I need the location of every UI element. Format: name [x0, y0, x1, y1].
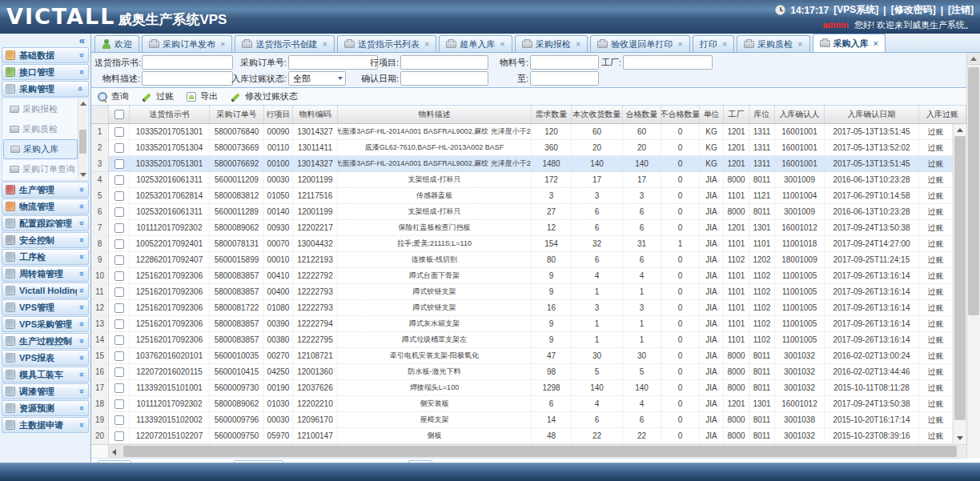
tab-item[interactable]: 超单入库×	[439, 35, 512, 52]
column-header[interactable]: 需求数量	[532, 106, 572, 123]
column-header[interactable]: 采购订单号	[210, 106, 264, 123]
column-header[interactable]: 物料描述	[338, 106, 532, 123]
chevron-down-icon[interactable]: «	[76, 371, 86, 379]
row-checkbox[interactable]	[114, 303, 124, 313]
column-header[interactable]: 合格数量	[623, 106, 661, 123]
sidebar-group[interactable]: 资源预测«	[2, 400, 89, 416]
export-button[interactable]: 导出	[187, 90, 218, 102]
sidebar-group[interactable]: 接口管理«	[2, 64, 89, 80]
chevron-down-icon[interactable]: «	[76, 186, 86, 194]
table-row[interactable]: 1911339201510200256000097960003012096170…	[91, 412, 966, 428]
pencil-button[interactable]: 修改过账状态	[231, 90, 298, 102]
close-icon[interactable]: ×	[322, 39, 327, 49]
content-vertical-scrollbar[interactable]	[966, 53, 980, 458]
row-checkbox[interactable]	[114, 159, 124, 169]
chevron-down-icon[interactable]: «	[76, 404, 86, 412]
sidebar-item-selected[interactable]: 采购入库	[3, 139, 78, 159]
select-all-checkbox[interactable]	[114, 110, 124, 119]
table-row[interactable]: 1012516201709230658000838570041012222792…	[91, 268, 966, 284]
row-checkbox[interactable]	[114, 223, 124, 233]
row-checkbox[interactable]	[114, 351, 124, 361]
sidebar-group[interactable]: VPS采购管理«	[2, 316, 89, 332]
sidebar-group[interactable]: VPS报表«	[2, 350, 89, 366]
column-header[interactable]: 单位	[700, 106, 724, 123]
scroll-left-arrow-icon[interactable]	[109, 445, 122, 458]
row-checkbox[interactable]	[114, 239, 124, 249]
chevron-down-icon[interactable]: «	[76, 51, 86, 59]
sidebar-item[interactable]: 采购入库单打印	[3, 179, 78, 181]
close-icon[interactable]: ×	[500, 39, 504, 49]
row-checkbox[interactable]	[114, 175, 124, 185]
chevron-down-icon[interactable]: «	[76, 320, 86, 328]
table-row[interactable]: 1711339201510100156000097300019012037626…	[91, 380, 966, 396]
filter-input[interactable]	[400, 55, 488, 70]
row-checkbox[interactable]	[114, 415, 124, 425]
column-header[interactable]: 入库确认人	[775, 106, 825, 123]
chevron-down-icon[interactable]: «	[76, 287, 86, 295]
column-header[interactable]: 物料编码	[293, 106, 338, 123]
scroll-up-arrow-icon[interactable]	[80, 102, 86, 106]
sidebar-item[interactable]: 采购质检	[3, 119, 78, 139]
close-icon[interactable]: ×	[576, 39, 580, 49]
chevron-down-icon[interactable]: «	[76, 337, 86, 345]
tab-item[interactable]: 送货指示书创建×	[235, 35, 334, 52]
search-button[interactable]: 查询	[98, 90, 129, 102]
filter-input[interactable]	[400, 71, 488, 86]
sidebar-group[interactable]: 生产管理«	[2, 182, 89, 198]
chevron-down-icon[interactable]: «	[76, 421, 86, 429]
column-header[interactable]: 工厂	[724, 106, 749, 123]
column-header[interactable]: 本次收货数量	[572, 106, 623, 123]
change-password-link[interactable]: [修改密码]	[891, 3, 936, 17]
filter-input[interactable]	[142, 55, 233, 70]
row-checkbox[interactable]	[114, 143, 124, 153]
tab-item[interactable]: 采购质检×	[737, 35, 809, 52]
scrollbar-thumb[interactable]	[79, 130, 86, 154]
logout-link[interactable]: [注销]	[948, 3, 974, 17]
row-checkbox[interactable]	[114, 191, 124, 201]
sidebar-group[interactable]: 生产过程控制«	[2, 333, 89, 349]
table-row[interactable]: 1612207201602011556000104150425012001360…	[91, 364, 966, 380]
scrollbar-thumb[interactable]	[954, 136, 966, 420]
tab-item[interactable]: 送货指示书列表×	[337, 35, 436, 52]
row-checkbox[interactable]	[114, 367, 124, 377]
row-checkbox[interactable]	[114, 127, 124, 137]
close-icon[interactable]: ×	[424, 39, 429, 49]
close-icon[interactable]: ×	[220, 39, 225, 49]
pencil-button[interactable]: 过账	[142, 90, 174, 102]
table-vertical-scrollbar[interactable]	[953, 124, 966, 444]
tab-active[interactable]: 采购入库×	[813, 34, 886, 52]
tab-item[interactable]: 采购报检×	[515, 35, 588, 52]
column-header[interactable]: 送货指示书	[130, 106, 210, 123]
close-icon[interactable]: ×	[797, 39, 802, 49]
close-icon[interactable]: ×	[677, 39, 682, 49]
row-checkbox[interactable]	[114, 399, 124, 409]
scroll-up-arrow-icon[interactable]	[967, 53, 980, 65]
chevron-down-icon[interactable]: «	[76, 303, 86, 311]
tab-item[interactable]: 验收退回单打印×	[590, 35, 689, 52]
filter-input[interactable]	[142, 71, 233, 86]
row-checkbox[interactable]	[114, 287, 124, 297]
chevron-down-icon[interactable]: «	[76, 253, 86, 261]
filter-input[interactable]	[530, 71, 599, 86]
table-row[interactable]: 410253201606131156000112090003012001199支…	[91, 172, 966, 188]
filter-input[interactable]	[530, 55, 599, 70]
table-row[interactable]: 810052201709240158000781310007013004432拉…	[91, 236, 966, 252]
sidebar-group[interactable]: 物流管理«	[2, 198, 89, 214]
close-icon[interactable]: ×	[874, 38, 878, 48]
sidebar-group[interactable]: 配置跟踪管理«	[2, 215, 89, 231]
table-horizontal-scrollbar[interactable]	[91, 444, 966, 458]
sidebar-item[interactable]: 采购报检	[3, 99, 78, 119]
sidebar-group[interactable]: 基础数据«	[2, 47, 89, 63]
close-icon[interactable]: ×	[722, 39, 727, 49]
row-checkbox[interactable]	[114, 335, 124, 345]
row-checkbox[interactable]	[114, 319, 124, 329]
row-checkbox[interactable]	[114, 255, 124, 265]
table-row[interactable]: 2012207201510220756000097500597012100147…	[91, 428, 966, 444]
tab-item[interactable]: 欢迎	[94, 35, 139, 52]
chevron-down-icon[interactable]: «	[76, 236, 86, 244]
hscroll-thumb[interactable]	[123, 446, 957, 457]
column-header[interactable]: 不合格数量	[661, 106, 700, 123]
chevron-up-icon[interactable]: «	[76, 85, 86, 93]
table-row[interactable]: 1412516201709230658000838570038012222795…	[91, 332, 966, 348]
scrollbar-thumb[interactable]	[968, 67, 979, 315]
